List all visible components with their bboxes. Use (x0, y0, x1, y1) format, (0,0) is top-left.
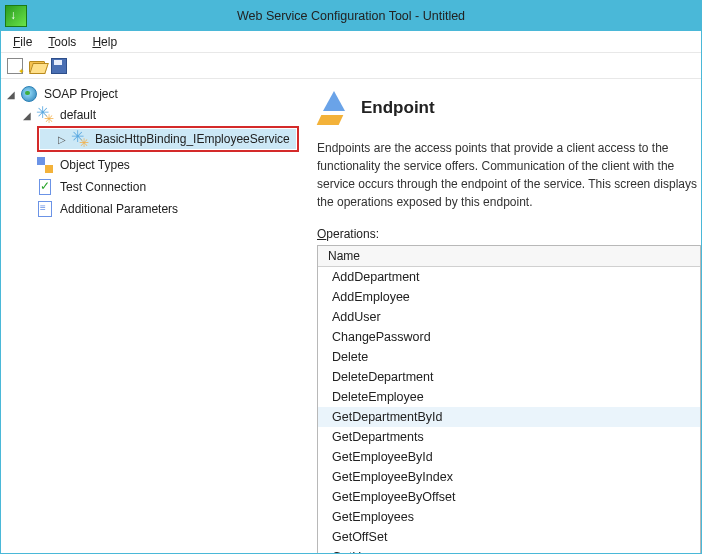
gear-icon (72, 131, 88, 147)
operation-row[interactable]: GetEmployeeByIndex (318, 467, 700, 487)
endpoint-description: Endpoints are the access points that pro… (317, 139, 697, 211)
menu-bar: File Tools Help (1, 31, 701, 53)
page-title: Endpoint (361, 98, 435, 118)
operation-row[interactable]: GetEmployees (318, 507, 700, 527)
shapes-icon (37, 157, 53, 173)
operation-row[interactable]: DeleteDepartment (318, 367, 700, 387)
title-bar: Web Service Configuration Tool - Untitle… (1, 1, 701, 31)
operation-row[interactable]: AddEmployee (318, 287, 700, 307)
column-header-name[interactable]: Name (318, 246, 700, 267)
operation-row[interactable]: GetUser (318, 547, 700, 553)
check-document-icon (37, 179, 53, 195)
operation-row[interactable]: AddDepartment (318, 267, 700, 287)
operations-table[interactable]: Name AddDepartmentAddEmployeeAddUserChan… (317, 245, 701, 553)
tree-label: Test Connection (57, 179, 149, 195)
operation-row[interactable]: GetEmployeeByOffset (318, 487, 700, 507)
tree-item-additional-parameters[interactable]: · Additional Parameters (3, 199, 299, 219)
app-icon (5, 5, 27, 27)
window-title: Web Service Configuration Tool - Untitle… (237, 9, 465, 23)
tree-item-test-connection[interactable]: · Test Connection (3, 177, 299, 197)
tree-item-default[interactable]: ◢ default (3, 105, 299, 125)
tree-item-object-types[interactable]: · Object Types (3, 155, 299, 175)
operation-row[interactable]: GetDepartmentById (318, 407, 700, 427)
save-icon[interactable] (51, 58, 67, 74)
toolbar (1, 53, 701, 79)
tree-item-binding[interactable]: ▷ BasicHttpBinding_IEmployeeService (40, 129, 296, 149)
expand-icon[interactable]: ▷ (56, 134, 68, 145)
tree-label: SOAP Project (41, 86, 121, 102)
tree-item-binding-highlight: ▷ BasicHttpBinding_IEmployeeService (37, 126, 299, 152)
tree-item-soap-project[interactable]: ◢ SOAP Project (3, 84, 299, 104)
new-icon[interactable] (7, 58, 23, 74)
operation-row[interactable]: GetEmployeeById (318, 447, 700, 467)
collapse-icon[interactable]: ◢ (5, 89, 17, 100)
project-tree: ◢ SOAP Project ◢ default (1, 79, 301, 553)
collapse-icon[interactable]: ◢ (21, 110, 33, 121)
operation-row[interactable]: GetDepartments (318, 427, 700, 447)
operations-label: Operations: (317, 227, 701, 241)
operation-row[interactable]: DeleteEmployee (318, 387, 700, 407)
operation-row[interactable]: Delete (318, 347, 700, 367)
open-icon[interactable] (29, 58, 45, 74)
menu-tools[interactable]: Tools (42, 33, 82, 51)
operation-row[interactable]: ChangePassword (318, 327, 700, 347)
tree-label: Object Types (57, 157, 133, 173)
tree-label: Additional Parameters (57, 201, 181, 217)
operation-row[interactable]: AddUser (318, 307, 700, 327)
list-document-icon (37, 201, 53, 217)
operation-row[interactable]: GetOffSet (318, 527, 700, 547)
menu-file[interactable]: File (7, 33, 38, 51)
tree-label: default (57, 107, 99, 123)
tree-label: BasicHttpBinding_IEmployeeService (92, 131, 293, 147)
globe-icon (21, 86, 37, 102)
endpoint-icon (317, 91, 351, 125)
menu-help[interactable]: Help (86, 33, 123, 51)
content-panel: Endpoint Endpoints are the access points… (301, 79, 701, 553)
gear-icon (37, 107, 53, 123)
